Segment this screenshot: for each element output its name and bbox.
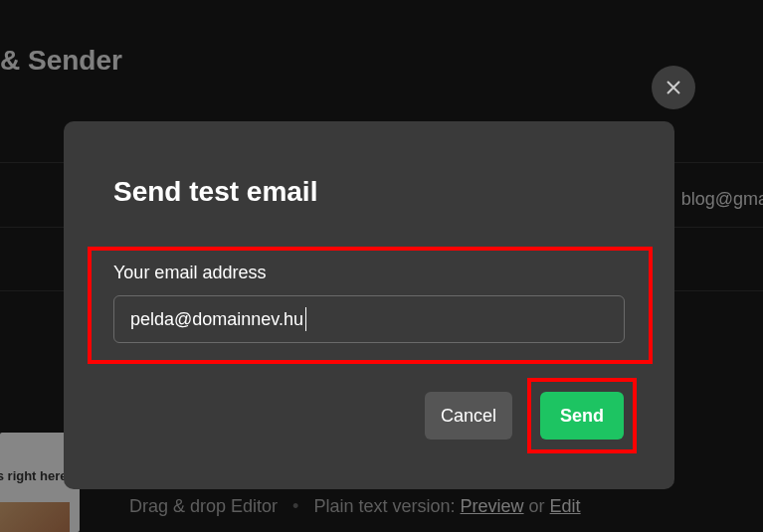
modal-title: Send test email xyxy=(113,176,317,208)
close-icon xyxy=(666,80,681,95)
close-button[interactable] xyxy=(652,66,695,109)
send-button[interactable]: Send xyxy=(540,392,624,440)
email-field-label: Your email address xyxy=(113,263,266,283)
send-test-email-modal: Send test email Your email address Cance… xyxy=(64,121,674,489)
text-caret xyxy=(305,307,306,331)
cancel-button[interactable]: Cancel xyxy=(425,392,512,440)
email-input[interactable] xyxy=(113,295,625,343)
